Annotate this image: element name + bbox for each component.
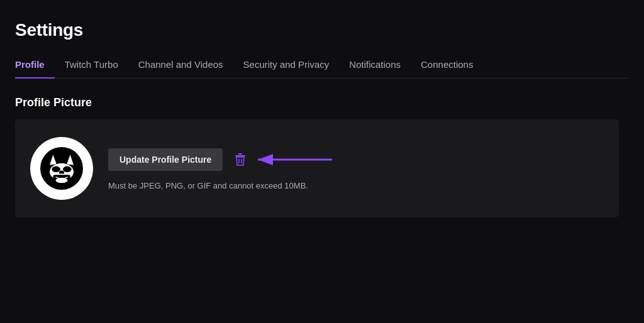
tab-channel-and-videos[interactable]: Channel and Videos	[128, 53, 233, 79]
tab-connections[interactable]: Connections	[411, 53, 483, 79]
avatar	[30, 137, 93, 200]
svg-point-2	[52, 167, 60, 173]
tab-profile[interactable]: Profile	[15, 53, 55, 79]
arrow-annotation	[250, 147, 338, 172]
update-profile-picture-button[interactable]: Update Profile Picture	[108, 148, 223, 171]
tab-notifications[interactable]: Notifications	[339, 53, 411, 79]
actions-row: Update Profile Picture	[108, 147, 338, 172]
delete-icon-wrapper	[233, 147, 338, 172]
section-title: Profile Picture	[15, 96, 629, 109]
tab-security-and-privacy[interactable]: Security and Privacy	[233, 53, 340, 79]
delete-profile-picture-icon[interactable]	[233, 152, 248, 167]
svg-rect-10	[238, 153, 242, 155]
tab-twitch-turbo[interactable]: Twitch Turbo	[55, 53, 128, 79]
file-format-hint: Must be JPEG, PNG, or GIF and cannot exc…	[108, 181, 338, 190]
svg-point-3	[63, 167, 72, 173]
page-title: Settings	[15, 20, 629, 40]
nav-tabs: Profile Twitch Turbo Channel and Videos …	[15, 53, 629, 79]
profile-picture-card: Update Profile Picture	[15, 119, 619, 217]
profile-actions: Update Profile Picture	[108, 147, 338, 190]
svg-point-9	[55, 178, 67, 183]
svg-rect-11	[235, 155, 245, 156]
batman-avatar-icon	[40, 147, 83, 190]
